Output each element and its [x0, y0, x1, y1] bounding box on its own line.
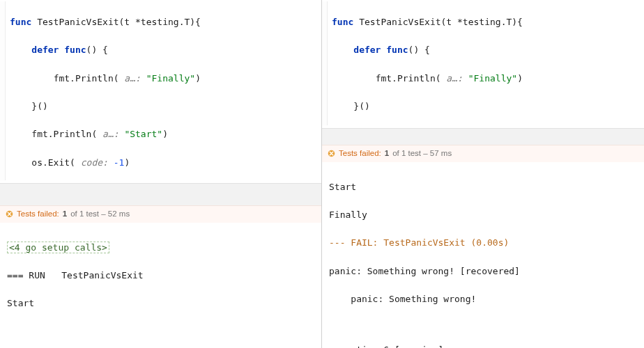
call-println: fmt.Println	[376, 73, 436, 84]
status-rest: of 1 test – 57 ms	[392, 148, 452, 160]
console-text: panic: Something wrong! [recovered]	[329, 264, 638, 278]
console-output-left[interactable]: <4 go setup calls> === RUN TestPanicVsEx…	[0, 223, 321, 348]
status-prefix: Tests failed:	[339, 148, 381, 160]
string-literal: "Start"	[124, 129, 162, 139]
console-text: Start	[329, 180, 638, 194]
func-name: TestPanicVsExit	[37, 17, 118, 27]
fail-icon	[6, 210, 13, 218]
func-sig: (t *testing.T){	[441, 17, 523, 27]
console-text: panic: Something wrong!	[329, 292, 638, 306]
code-text: () {	[408, 45, 430, 55]
func-sig: (t *testing.T){	[119, 17, 201, 27]
blank-line	[7, 325, 316, 334]
keyword-func: func	[64, 45, 86, 55]
keyword-func: func	[10, 17, 37, 27]
code-text: }()	[353, 101, 369, 111]
string-literal: "Finally"	[146, 73, 195, 84]
call-os-exit: os.Exit	[31, 157, 70, 168]
right-pane: func TestPanicVsExit(t *testing.T){ defe…	[322, 0, 644, 348]
console-text: Finally	[329, 208, 638, 222]
console-fail-line: --- FAIL: TestPanicVsExit (0.00s)	[329, 236, 638, 250]
string-literal: "Finally"	[468, 73, 517, 84]
call-println: fmt.Println	[54, 73, 114, 84]
param-hint: code:	[75, 157, 114, 168]
func-name: TestPanicVsExit	[359, 17, 440, 27]
editor-filler	[0, 183, 321, 205]
blank-line	[329, 320, 638, 329]
console-text: Start	[7, 296, 316, 310]
keyword-func: func	[332, 17, 359, 27]
keyword-defer: defer	[353, 45, 386, 55]
status-prefix: Tests failed:	[17, 208, 59, 221]
param-hint: a…:	[441, 73, 468, 84]
status-rest: of 1 test – 52 ms	[70, 208, 130, 221]
status-count: 1	[63, 208, 67, 221]
left-pane: func TestPanicVsExit(t *testing.T){ defe…	[0, 0, 322, 348]
console-test-name: TestPanicVsExit	[61, 270, 143, 280]
status-count: 1	[385, 148, 389, 160]
keyword-func: func	[386, 45, 408, 55]
editor-filler	[322, 128, 644, 145]
console-text: goroutine 6 [running]:	[329, 343, 638, 348]
call-println: fmt.Println	[31, 129, 91, 139]
editor-content: func TestPanicVsExit(t *testing.T){ defe…	[328, 1, 594, 125]
param-hint: a…:	[97, 129, 124, 139]
fail-icon	[328, 150, 335, 157]
console-output-right[interactable]: Start Finally --- FAIL: TestPanicVsExit …	[322, 162, 644, 348]
code-editor-left[interactable]: func TestPanicVsExit(t *testing.T){ defe…	[0, 0, 321, 183]
editor-content: func TestPanicVsExit(t *testing.T){ defe…	[6, 1, 245, 180]
test-status-bar[interactable]: Tests failed: 1 of 1 test – 57 ms	[322, 145, 644, 162]
param-hint: a…:	[119, 73, 146, 84]
console-text: === RUN	[7, 270, 61, 280]
code-text: }()	[31, 101, 47, 111]
gutter	[322, 1, 328, 125]
gutter	[0, 1, 6, 180]
code-editor-right[interactable]: func TestPanicVsExit(t *testing.T){ defe…	[322, 0, 644, 128]
number-literal: -1	[114, 157, 125, 168]
test-status-bar[interactable]: Tests failed: 1 of 1 test – 52 ms	[0, 205, 321, 223]
setup-calls-fold[interactable]: <4 go setup calls>	[7, 242, 109, 253]
code-text: () {	[86, 45, 108, 55]
keyword-defer: defer	[31, 45, 64, 55]
